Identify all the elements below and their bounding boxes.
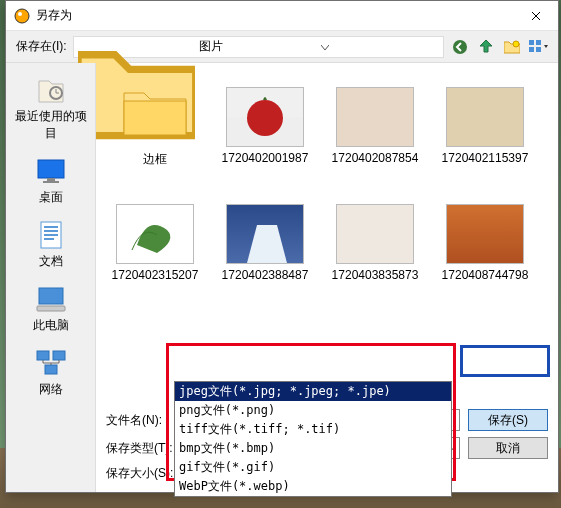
dropdown-option[interactable]: WebP文件(*.webp) [175, 477, 451, 496]
svg-rect-10 [47, 178, 55, 181]
svg-rect-15 [44, 234, 58, 236]
folder-icon [78, 40, 196, 54]
file-label: 1720402087854 [326, 151, 424, 165]
folder-icon [111, 75, 199, 147]
dropdown-option[interactable]: bmp文件(*.bmp) [175, 439, 451, 458]
dropdown-option[interactable]: png文件(*.png) [175, 401, 451, 420]
svg-rect-17 [39, 288, 63, 304]
file-item[interactable]: 1720402315207 [106, 192, 204, 282]
svg-point-2 [453, 40, 467, 54]
location-toolbar: 保存在(I): 图片 [6, 31, 558, 63]
dropdown-option[interactable]: tiff文件(*.tiff; *.tif) [175, 420, 451, 439]
file-label: 1720402001987 [216, 151, 314, 165]
sidebar-item-label: 文档 [39, 253, 63, 270]
svg-rect-6 [529, 47, 534, 52]
svg-rect-20 [53, 351, 65, 360]
titlebar: 另存为 [6, 1, 558, 31]
location-value: 图片 [199, 38, 317, 55]
back-button[interactable] [450, 37, 470, 57]
view-menu-button[interactable] [528, 37, 548, 57]
file-grid: 边框 1720402001987 1720402087854 172040211… [96, 63, 558, 403]
save-button[interactable]: 保存(S) [468, 409, 548, 431]
location-combo[interactable]: 图片 [73, 36, 444, 58]
sidebar-item-label: 最近使用的项目 [10, 108, 91, 142]
recent-icon [35, 75, 67, 105]
svg-point-22 [247, 100, 283, 136]
image-thumb [331, 75, 419, 147]
filetype-dropdown[interactable]: jpeg文件(*.jpg; *.jpeg; *.jpe) png文件(*.png… [174, 381, 452, 497]
sidebar-item-network[interactable]: 网络 [6, 344, 95, 402]
places-sidebar: 最近使用的项目 桌面 文档 此电脑 网络 [6, 63, 96, 492]
file-label: 1720402388487 [216, 268, 314, 282]
up-button[interactable] [476, 37, 496, 57]
dropdown-option[interactable]: jpeg文件(*.jpg; *.jpeg; *.jpe) [175, 382, 451, 401]
file-label: 1720402315207 [106, 268, 204, 282]
svg-point-3 [513, 41, 519, 47]
svg-point-0 [15, 9, 29, 23]
svg-rect-16 [44, 238, 54, 240]
file-item[interactable]: 1720403835873 [326, 192, 424, 282]
sidebar-item-recent[interactable]: 最近使用的项目 [6, 71, 95, 146]
dropdown-option[interactable]: gif文件(*.gif) [175, 458, 451, 477]
location-label: 保存在(I): [16, 38, 67, 55]
svg-rect-9 [38, 160, 64, 178]
new-folder-button[interactable] [502, 37, 522, 57]
filesize-label: 保存大小(S): [106, 465, 172, 482]
svg-rect-21 [45, 365, 57, 374]
filename-label: 文件名(N): [106, 412, 172, 429]
file-item[interactable]: 1720402087854 [326, 75, 424, 168]
svg-point-1 [18, 12, 22, 16]
computer-icon [35, 284, 67, 314]
file-label: 1720402115397 [436, 151, 534, 165]
desktop-icon [35, 156, 67, 186]
close-button[interactable] [513, 1, 558, 30]
file-label: 1720408744798 [436, 268, 534, 282]
svg-rect-18 [37, 306, 65, 311]
image-thumb [221, 75, 309, 147]
file-item[interactable]: 1720402001987 [216, 75, 314, 168]
image-thumb [221, 192, 309, 264]
sidebar-item-computer[interactable]: 此电脑 [6, 280, 95, 338]
app-icon [14, 8, 30, 24]
sidebar-item-desktop[interactable]: 桌面 [6, 152, 95, 210]
sidebar-item-label: 网络 [39, 381, 63, 398]
sidebar-item-label: 此电脑 [33, 317, 69, 334]
documents-icon [35, 220, 67, 250]
svg-rect-19 [37, 351, 49, 360]
file-item[interactable]: 1720408744798 [436, 192, 534, 282]
window-title: 另存为 [36, 7, 513, 24]
file-item[interactable]: 边框 [106, 75, 204, 168]
file-item[interactable]: 1720402388487 [216, 192, 314, 282]
image-thumb [441, 75, 529, 147]
image-thumb [111, 192, 199, 264]
svg-rect-14 [44, 230, 58, 232]
svg-rect-13 [44, 226, 58, 228]
file-label: 边框 [106, 151, 204, 168]
svg-rect-7 [536, 47, 541, 52]
cancel-button[interactable]: 取消 [468, 437, 548, 459]
image-thumb [331, 192, 419, 264]
network-icon [35, 348, 67, 378]
sidebar-item-documents[interactable]: 文档 [6, 216, 95, 274]
sidebar-item-label: 桌面 [39, 189, 63, 206]
svg-rect-5 [536, 40, 541, 45]
svg-rect-11 [43, 181, 59, 183]
file-item[interactable]: 1720402115397 [436, 75, 534, 168]
file-label: 1720403835873 [326, 268, 424, 282]
chevron-down-icon [321, 40, 439, 54]
image-thumb [441, 192, 529, 264]
filetype-label: 保存类型(T): [106, 440, 172, 457]
svg-rect-4 [529, 40, 534, 45]
